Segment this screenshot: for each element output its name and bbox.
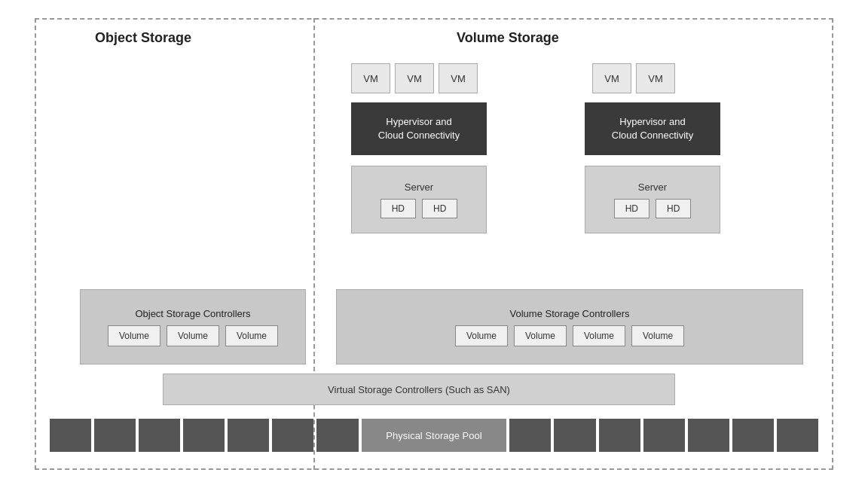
obj-controllers-label: Object Storage Controllers (135, 308, 250, 319)
phys-block-1 (50, 419, 91, 452)
diagram-container: Object Storage Volume Storage Object Sto… (35, 18, 833, 470)
phys-block-6 (272, 419, 313, 452)
vol-volume-1: Volume (455, 325, 508, 346)
server-left: Server HD HD (351, 166, 487, 233)
obj-volume-2: Volume (167, 325, 219, 346)
phys-block-13 (732, 419, 774, 452)
vm-right-2: VM (636, 63, 675, 93)
server-left-label: Server (405, 181, 433, 193)
vol-volume-row: Volume Volume Volume Volume (455, 325, 684, 346)
phys-block-5 (228, 419, 269, 452)
vm-group-right: VM VM (592, 63, 675, 93)
object-storage-controllers: Object Storage Controllers Volume Volume… (80, 289, 306, 364)
vol-controllers-label: Volume Storage Controllers (510, 308, 630, 319)
hypervisor-left: Hypervisor andCloud Connectivity (351, 102, 487, 155)
phys-block-8 (509, 419, 551, 452)
hypervisor-left-label: Hypervisor andCloud Connectivity (378, 115, 460, 142)
physical-storage-row: Physical Storage Pool (50, 416, 818, 455)
vol-volume-2: Volume (514, 325, 567, 346)
phys-block-4 (183, 419, 225, 452)
phys-block-11 (643, 419, 685, 452)
virtual-storage-controllers: Virtual Storage Controllers (Such as SAN… (163, 374, 675, 405)
hypervisor-right-label: Hypervisor andCloud Connectivity (612, 115, 693, 142)
obj-volume-row: Volume Volume Volume (108, 325, 278, 346)
physical-pool-label: Physical Storage Pool (386, 430, 481, 441)
phys-block-14 (777, 419, 818, 452)
server-right-hd-row: HD HD (614, 199, 692, 218)
obj-volume-1: Volume (108, 325, 160, 346)
hd-right-1: HD (614, 199, 649, 218)
volume-storage-controllers: Volume Storage Controllers Volume Volume… (336, 289, 803, 364)
hypervisor-right: Hypervisor andCloud Connectivity (585, 102, 720, 155)
object-storage-title: Object Storage (95, 30, 191, 46)
virtual-controllers-label: Virtual Storage Controllers (Such as SAN… (328, 384, 510, 395)
vm-group-left: VM VM VM (351, 63, 478, 93)
phys-label-box: Physical Storage Pool (362, 419, 507, 452)
hd-right-2: HD (656, 199, 691, 218)
phys-block-12 (688, 419, 729, 452)
vm-right-1: VM (592, 63, 631, 93)
server-right: Server HD HD (585, 166, 720, 233)
volume-storage-title: Volume Storage (457, 30, 559, 46)
vol-volume-3: Volume (573, 325, 625, 346)
phys-block-7 (316, 419, 358, 452)
phys-block-10 (599, 419, 640, 452)
phys-block-3 (139, 419, 180, 452)
phys-block-9 (554, 419, 595, 452)
server-right-label: Server (638, 181, 667, 193)
vol-volume-4: Volume (631, 325, 684, 346)
vm-left-3: VM (439, 63, 478, 93)
hd-left-2: HD (422, 199, 457, 218)
server-left-hd-row: HD HD (381, 199, 458, 218)
vm-left-2: VM (395, 63, 434, 93)
phys-block-2 (94, 419, 136, 452)
vm-left-1: VM (351, 63, 390, 93)
obj-volume-3: Volume (225, 325, 278, 346)
hd-left-1: HD (381, 199, 416, 218)
